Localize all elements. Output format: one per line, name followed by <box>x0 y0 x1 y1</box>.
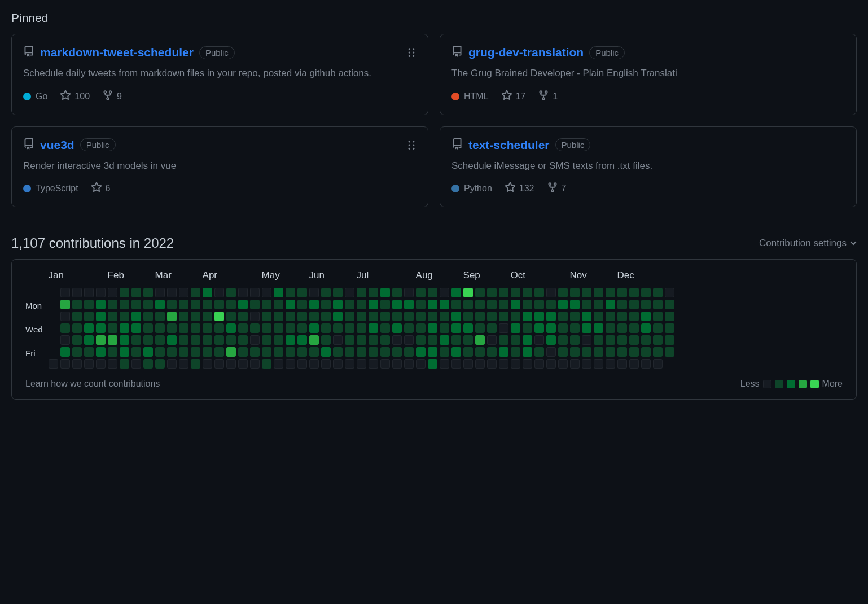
contribution-day[interactable] <box>511 335 520 345</box>
contribution-day[interactable] <box>309 300 319 309</box>
contribution-day[interactable] <box>534 288 544 297</box>
contribution-day[interactable] <box>570 300 580 309</box>
contribution-day[interactable] <box>238 359 248 369</box>
contribution-day[interactable] <box>226 359 236 369</box>
contribution-day[interactable] <box>606 323 615 333</box>
contribution-day[interactable] <box>214 347 224 357</box>
contribution-day[interactable] <box>392 347 402 357</box>
contribution-day[interactable] <box>203 347 212 357</box>
drag-grip-icon[interactable] <box>407 47 415 58</box>
contribution-day[interactable] <box>629 335 639 345</box>
contribution-day[interactable] <box>286 323 295 333</box>
stargazers-link[interactable]: 132 <box>505 182 534 195</box>
contribution-day[interactable] <box>84 300 94 309</box>
contribution-day[interactable] <box>534 312 544 321</box>
contribution-day[interactable] <box>155 300 165 309</box>
contribution-day[interactable] <box>120 288 129 297</box>
contribution-day[interactable] <box>84 335 94 345</box>
contribution-day[interactable] <box>72 347 82 357</box>
contribution-day[interactable] <box>511 312 520 321</box>
contribution-day[interactable] <box>96 323 106 333</box>
contribution-day[interactable] <box>357 335 366 345</box>
contribution-day[interactable] <box>653 347 663 357</box>
contribution-day[interactable] <box>499 312 508 321</box>
contribution-day[interactable] <box>167 359 177 369</box>
contribution-day[interactable] <box>570 288 580 297</box>
contribution-day[interactable] <box>96 347 106 357</box>
contribution-day[interactable] <box>143 312 153 321</box>
contribution-day[interactable] <box>108 323 117 333</box>
contribution-day[interactable] <box>309 335 319 345</box>
contribution-day[interactable] <box>286 335 295 345</box>
contribution-day[interactable] <box>214 323 224 333</box>
contribution-day[interactable] <box>475 300 485 309</box>
contribution-day[interactable] <box>523 312 532 321</box>
contribution-day[interactable] <box>309 312 319 321</box>
contribution-day[interactable] <box>440 288 449 297</box>
contribution-day[interactable] <box>451 312 461 321</box>
contribution-day[interactable] <box>428 288 437 297</box>
contribution-day[interactable] <box>72 300 82 309</box>
contribution-day[interactable] <box>380 347 390 357</box>
contribution-day[interactable] <box>333 312 343 321</box>
contribution-day[interactable] <box>191 312 200 321</box>
contribution-day[interactable] <box>594 347 603 357</box>
contribution-day[interactable] <box>297 359 307 369</box>
contribution-day[interactable] <box>617 300 627 309</box>
contribution-day[interactable] <box>582 323 591 333</box>
contribution-day[interactable] <box>297 312 307 321</box>
contribution-day[interactable] <box>416 359 426 369</box>
contribution-day[interactable] <box>131 300 141 309</box>
contribution-day[interactable] <box>262 347 271 357</box>
contribution-day[interactable] <box>570 347 580 357</box>
contribution-day[interactable] <box>297 288 307 297</box>
contribution-day[interactable] <box>392 359 402 369</box>
contribution-day[interactable] <box>96 359 106 369</box>
contribution-day[interactable] <box>487 359 497 369</box>
contribution-day[interactable] <box>617 323 627 333</box>
contribution-day[interactable] <box>203 359 212 369</box>
contribution-day[interactable] <box>629 300 639 309</box>
contribution-day[interactable] <box>440 300 449 309</box>
contribution-day[interactable] <box>404 323 414 333</box>
contribution-day[interactable] <box>487 300 497 309</box>
contribution-day[interactable] <box>523 288 532 297</box>
contribution-day[interactable] <box>191 323 200 333</box>
contribution-day[interactable] <box>262 312 271 321</box>
contribution-day[interactable] <box>380 335 390 345</box>
contribution-day[interactable] <box>582 359 591 369</box>
contribution-day[interactable] <box>451 300 461 309</box>
contribution-day[interactable] <box>594 300 603 309</box>
contribution-day[interactable] <box>416 335 426 345</box>
contribution-day[interactable] <box>463 300 473 309</box>
contribution-day[interactable] <box>143 335 153 345</box>
contribution-day[interactable] <box>380 359 390 369</box>
contribution-day[interactable] <box>226 347 236 357</box>
contribution-day[interactable] <box>451 323 461 333</box>
contribution-day[interactable] <box>309 359 319 369</box>
contribution-day[interactable] <box>511 359 520 369</box>
contribution-day[interactable] <box>345 312 354 321</box>
contribution-day[interactable] <box>594 359 603 369</box>
contribution-day[interactable] <box>665 323 674 333</box>
contribution-day[interactable] <box>238 347 248 357</box>
contribution-day[interactable] <box>380 323 390 333</box>
contribution-day[interactable] <box>606 288 615 297</box>
contribution-day[interactable] <box>250 300 260 309</box>
contribution-day[interactable] <box>558 335 568 345</box>
contribution-day[interactable] <box>84 312 94 321</box>
contribution-day[interactable] <box>665 335 674 345</box>
contribution-day[interactable] <box>274 323 283 333</box>
contribution-day[interactable] <box>357 359 366 369</box>
contribution-day[interactable] <box>131 359 141 369</box>
contribution-day[interactable] <box>345 347 354 357</box>
contribution-day[interactable] <box>617 347 627 357</box>
contribution-day[interactable] <box>665 312 674 321</box>
contribution-day[interactable] <box>108 335 117 345</box>
contribution-day[interactable] <box>463 359 473 369</box>
contribution-day[interactable] <box>546 335 556 345</box>
repo-name-link[interactable]: markdown-tweet-scheduler <box>40 46 194 59</box>
contribution-day[interactable] <box>238 335 248 345</box>
contribution-day[interactable] <box>250 323 260 333</box>
contribution-day[interactable] <box>463 347 473 357</box>
